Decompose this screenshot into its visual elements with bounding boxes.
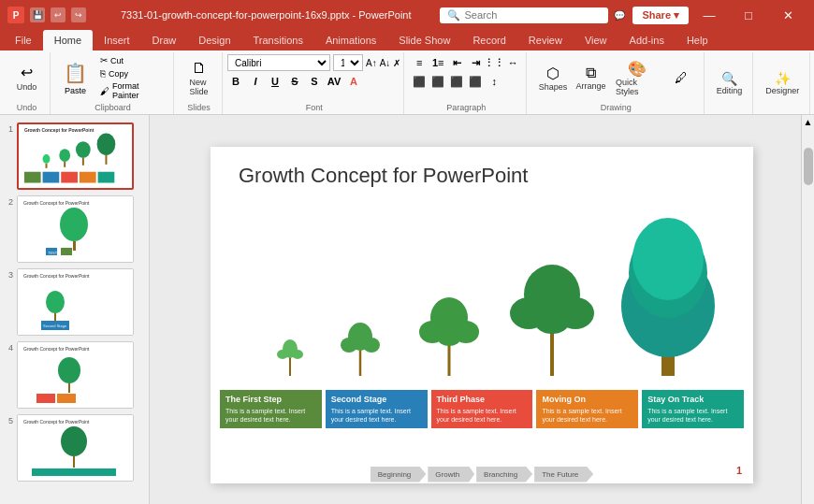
info-box-5-title: Stay On Track	[647, 395, 738, 404]
drawing-group-label: Drawing	[601, 103, 632, 112]
align-right-button[interactable]: ⬛	[448, 73, 465, 90]
tab-record[interactable]: Record	[461, 30, 516, 50]
slide-thumb-5[interactable]: 5 Growth Concept for PowerPoint	[4, 414, 145, 482]
shape-fill-button[interactable]: 🖊	[666, 68, 696, 87]
info-box-3-title: Third Phase	[437, 395, 528, 404]
columns-button[interactable]: ⋮⋮	[486, 54, 502, 71]
undo-icon[interactable]: ↩	[51, 7, 65, 22]
info-box-2-text: This is a sample text. Insert your desir…	[331, 407, 422, 424]
decrease-indent-button[interactable]: ⇤	[448, 54, 465, 71]
spacing-button[interactable]: AV	[326, 73, 342, 90]
bold-button[interactable]: B	[227, 73, 244, 90]
search-input[interactable]	[464, 9, 601, 21]
save-icon[interactable]: 💾	[30, 7, 45, 22]
cut-button[interactable]: ✂ Cut	[96, 54, 166, 66]
svg-point-60	[632, 218, 704, 300]
tab-design[interactable]: Design	[187, 30, 241, 50]
increase-font-button[interactable]: A↑	[366, 58, 377, 68]
italic-button[interactable]: I	[247, 73, 264, 90]
designer-button[interactable]: ✨ Designer	[762, 69, 803, 97]
svg-rect-9	[105, 155, 107, 165]
justify-button[interactable]: ⬛	[467, 73, 484, 90]
align-left-button[interactable]: ⬛	[411, 73, 428, 90]
undo-group: ↩ Undo Undo	[4, 52, 51, 114]
slide-img-4: Growth Concept for PowerPoint	[17, 341, 134, 409]
slide-panel: 1 Growth Concept for PowerPoint	[0, 115, 150, 504]
vertical-scrollbar[interactable]: ▲ ▼	[801, 115, 814, 504]
slide-thumb-3[interactable]: 3 Growth Concept for PowerPoint Second S…	[4, 268, 145, 336]
canvas-area: Growth Concept for PowerPoint	[150, 115, 814, 504]
tab-transitions[interactable]: Transitions	[242, 30, 314, 50]
arrow-beginning: Beginning	[371, 467, 427, 482]
slide-thumb-4[interactable]: 4 Growth Concept for PowerPoint	[4, 341, 145, 409]
font-size-select[interactable]: 16	[333, 54, 363, 71]
tab-view[interactable]: View	[574, 30, 618, 50]
svg-text:Growth Concept for PowerPoint: Growth Concept for PowerPoint	[23, 200, 90, 206]
slide-img-2: Growth Concept for PowerPoint TEST STAGE	[17, 195, 134, 263]
info-box-4-title: Moving On	[542, 395, 632, 404]
svg-text:Second Stage: Second Stage	[43, 324, 67, 328]
search-bar[interactable]: 🔍	[440, 7, 608, 23]
font-name-select[interactable]: Calibri	[227, 54, 330, 71]
tab-addins[interactable]: Add-ins	[618, 30, 676, 50]
redo-icon[interactable]: ↪	[71, 7, 86, 22]
quick-styles-button[interactable]: 🎨 Quick Styles	[612, 58, 662, 98]
font-color-button[interactable]: A	[345, 73, 362, 90]
editing-button[interactable]: 🔍 Editing	[713, 69, 747, 97]
tab-insert[interactable]: Insert	[93, 30, 141, 50]
copy-button[interactable]: ⎘ Copy	[96, 67, 166, 79]
tab-slideshow[interactable]: Slide Show	[387, 30, 461, 50]
arrange-button[interactable]: ⧉ Arrange	[574, 63, 608, 93]
svg-rect-7	[82, 158, 84, 166]
slide-thumb-2[interactable]: 2 Growth Concept for PowerPoint TEST STA…	[4, 195, 145, 263]
tab-draw[interactable]: Draw	[141, 30, 188, 50]
info-box-1-title: The First Step	[225, 395, 316, 404]
share-button[interactable]: Share ▾	[632, 7, 689, 24]
svg-rect-14	[98, 172, 115, 183]
tab-file[interactable]: File	[4, 30, 43, 50]
numbering-button[interactable]: 1≡	[429, 54, 446, 71]
scrollbar-thumb[interactable]	[804, 148, 813, 185]
maximize-button[interactable]: □	[730, 0, 767, 30]
slide-num-2: 2	[4, 197, 13, 207]
clear-format-button[interactable]: ✗	[393, 58, 400, 68]
svg-rect-11	[43, 172, 60, 183]
text-direction-button[interactable]: ↔	[504, 54, 521, 71]
underline-button[interactable]: U	[267, 73, 283, 90]
tab-home[interactable]: Home	[43, 30, 93, 50]
format-painter-button[interactable]: 🖌 Format Painter	[96, 80, 166, 101]
bullets-button[interactable]: ≡	[411, 54, 428, 71]
clipboard-group-label: Clipboard	[94, 103, 131, 112]
svg-text:Growth Concept for PowerPoint: Growth Concept for PowerPoint	[23, 346, 90, 352]
main-area: 1 Growth Concept for PowerPoint	[0, 115, 814, 504]
minimize-button[interactable]: —	[690, 0, 728, 30]
line-spacing-button[interactable]: ↕	[486, 73, 502, 90]
shapes-button[interactable]: ⬡ Shapes	[536, 63, 570, 94]
tab-animations[interactable]: Animations	[314, 30, 387, 50]
trees-area	[239, 194, 725, 381]
slides-group: 🗋 NewSlide Slides	[176, 52, 223, 114]
svg-rect-37	[73, 456, 75, 468]
undo-label: Undo	[17, 82, 37, 92]
main-slide[interactable]: Growth Concept for PowerPoint	[211, 147, 753, 483]
decrease-font-button[interactable]: A↓	[380, 58, 391, 68]
svg-rect-22	[18, 269, 133, 335]
align-center-button[interactable]: ⬛	[429, 73, 446, 90]
slide-img-1: Growth Concept for PowerPoint	[17, 122, 134, 190]
editing-group: 🔍 Editing	[706, 52, 754, 114]
slide-thumb-1[interactable]: 1 Growth Concept for PowerPoint	[4, 122, 145, 190]
paste-button[interactable]: 📋	[60, 60, 91, 86]
new-slide-button[interactable]: 🗋 NewSlide	[184, 57, 214, 97]
svg-rect-5	[64, 162, 65, 167]
undo-button[interactable]: ↩ Undo	[12, 62, 42, 93]
tab-help[interactable]: Help	[676, 30, 720, 50]
scroll-up-btn[interactable]: ▲	[802, 115, 814, 129]
svg-point-4	[59, 149, 70, 162]
scroll-down-btn[interactable]: ▼	[802, 500, 814, 504]
close-button[interactable]: ✕	[769, 0, 807, 30]
tab-review[interactable]: Review	[517, 30, 574, 50]
svg-rect-3	[46, 164, 48, 168]
shadow-button[interactable]: S	[306, 73, 323, 90]
strikethrough-button[interactable]: S	[286, 73, 303, 90]
increase-indent-button[interactable]: ⇥	[467, 54, 484, 71]
